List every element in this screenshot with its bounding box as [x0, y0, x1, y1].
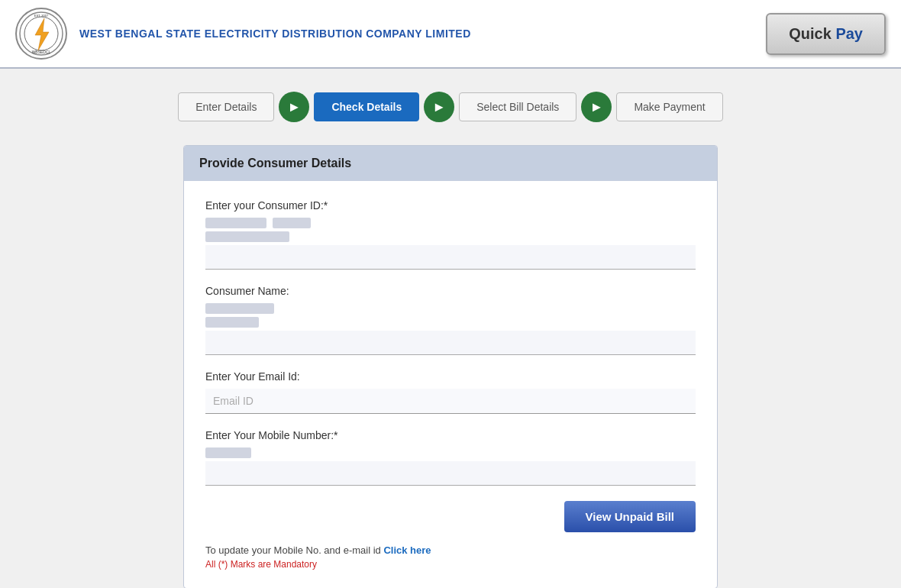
mobile-input[interactable] — [205, 461, 696, 486]
header: WBSEDCL EST. 2007 WEST BENGAL STATE ELEC… — [0, 0, 901, 69]
consumer-name-label: Consumer Name: — [205, 285, 696, 297]
step-check-details[interactable]: Check Details — [314, 92, 419, 121]
header-right: Quick Pay — [766, 13, 886, 55]
consumer-id-blur-1 — [205, 218, 266, 228]
quick-label: Quick — [789, 25, 832, 42]
consumer-id-value-row2 — [205, 231, 696, 242]
step-enter-details[interactable]: Enter Details — [178, 92, 274, 121]
consumer-name-input[interactable] — [205, 331, 696, 355]
svg-text:EST. 2007: EST. 2007 — [34, 14, 49, 18]
consumer-id-blur-2 — [273, 218, 311, 228]
svg-text:WBSEDCL: WBSEDCL — [32, 50, 51, 54]
consumer-id-blur-3 — [205, 231, 289, 242]
consumer-name-group: Consumer Name: — [205, 285, 696, 355]
header-left: WBSEDCL EST. 2007 WEST BENGAL STATE ELEC… — [15, 8, 471, 60]
pay-label: Pay — [835, 25, 863, 42]
email-group: Enter Your Email Id: — [205, 370, 696, 414]
arrow-2: ► — [424, 92, 454, 122]
svg-marker-2 — [35, 18, 49, 50]
arrow-1: ► — [279, 92, 309, 122]
company-name: WEST BENGAL STATE ELECTRICITY DISTRIBUTI… — [79, 27, 471, 40]
stepper: Enter Details ► Check Details ► Select B… — [31, 92, 870, 122]
mobile-blur-1 — [205, 447, 251, 458]
mandatory-note: All (*) Marks are Mandatory — [205, 559, 696, 570]
consumer-name-blur-1 — [205, 303, 274, 314]
consumer-name-blur-2 — [205, 317, 259, 328]
main-content: Enter Details ► Check Details ► Select B… — [0, 69, 901, 588]
click-here-link[interactable]: Click here — [383, 544, 431, 556]
consumer-name-value-row1 — [205, 303, 696, 314]
form-card-body: Enter your Consumer ID:* Consumer Name: — [184, 181, 717, 588]
step-make-payment[interactable]: Make Payment — [616, 92, 722, 121]
email-input[interactable] — [205, 389, 696, 414]
view-unpaid-bill-button[interactable]: View Unpaid Bill — [564, 501, 696, 532]
quick-pay-button[interactable]: Quick Pay — [766, 13, 886, 55]
consumer-id-label: Enter your Consumer ID:* — [205, 199, 696, 212]
consumer-name-value-row2 — [205, 317, 696, 328]
email-label: Enter Your Email Id: — [205, 370, 696, 383]
mobile-label: Enter Your Mobile Number:* — [205, 429, 696, 441]
consumer-id-input[interactable] — [205, 245, 696, 270]
mobile-value-row1 — [205, 447, 696, 458]
footer-text-static: To update your Mobile No. and e-mail id — [205, 544, 381, 556]
form-card-header: Provide Consumer Details — [184, 146, 717, 181]
mobile-group: Enter Your Mobile Number:* — [205, 429, 696, 486]
footer-text: To update your Mobile No. and e-mail id … — [205, 544, 696, 556]
step-select-bill-details[interactable]: Select Bill Details — [459, 92, 576, 121]
consumer-id-value-row1 — [205, 218, 696, 228]
form-title: Provide Consumer Details — [199, 157, 351, 170]
form-card: Provide Consumer Details Enter your Cons… — [183, 145, 718, 588]
arrow-3: ► — [581, 92, 612, 122]
consumer-id-group: Enter your Consumer ID:* — [205, 199, 696, 270]
company-logo: WBSEDCL EST. 2007 — [15, 8, 67, 60]
